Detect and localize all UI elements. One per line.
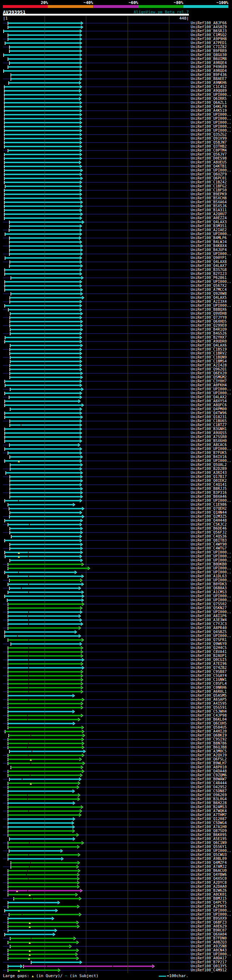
hit-label[interactable]: UniRef100_Q6CUH5 <box>191 721 227 725</box>
hit-label[interactable]: UniRef100_C1BQN9 <box>191 355 227 359</box>
alignment-bar[interactable] <box>4 213 81 215</box>
hit-label[interactable]: UniRef100_Q17B17 <box>191 475 227 479</box>
hit-label[interactable]: UniRef100_UPI000.. <box>191 634 231 638</box>
hit-label[interactable]: UniRef100_Q12087 <box>191 817 227 821</box>
hit-label[interactable]: UniRef100_A8I1P6 <box>191 614 227 618</box>
hit-label[interactable]: UniRef100_B3S7G8 <box>191 268 227 272</box>
alignment-bar[interactable] <box>5 520 81 521</box>
alignment-bar[interactable] <box>11 78 80 80</box>
alignment-bar[interactable] <box>10 476 81 477</box>
hit-label[interactable]: UniRef100_UPI000.. <box>191 129 231 132</box>
hit-label[interactable]: UniRef100_C5JWH4 <box>191 710 227 713</box>
alignment-bar[interactable] <box>8 846 78 848</box>
hit-label[interactable]: UniRef100_B6ACU0 <box>191 869 227 873</box>
hit-label[interactable]: UniRef100_A9UQS5 <box>191 431 227 435</box>
alignment-bar[interactable] <box>8 524 80 525</box>
hit-label[interactable]: UniRef100_C1BFG2 <box>191 184 227 188</box>
hit-label[interactable]: UniRef100_A4S0Z9 <box>191 25 227 29</box>
alignment-bar[interactable] <box>5 448 80 450</box>
hit-label[interactable]: UniRef100_C7IZ82 <box>191 45 227 49</box>
hit-label[interactable]: UniRef100_Q299E0 <box>191 323 227 328</box>
alignment-bar[interactable] <box>4 166 80 167</box>
hit-label[interactable]: UniRef100_Q4X5C0 <box>191 877 227 881</box>
hit-label[interactable]: UniRef100_C0SFL4 <box>191 682 227 686</box>
alignment-bar[interactable] <box>10 409 80 410</box>
alignment-bar[interactable] <box>10 492 81 493</box>
hit-label[interactable]: UniRef100_A6SAP5 <box>191 697 227 702</box>
alignment-bar[interactable] <box>6 472 81 474</box>
hit-label[interactable]: UniRef100_A5E195 <box>191 837 227 841</box>
alignment-bar[interactable] <box>8 814 79 816</box>
hit-label[interactable]: UniRef100_B4LWJ4 <box>191 240 227 244</box>
hit-label[interactable]: UniRef100_C1BZ42 <box>191 180 227 184</box>
alignment-bar[interactable] <box>5 540 80 541</box>
alignment-bar[interactable] <box>8 743 82 744</box>
hit-label[interactable]: UniRef100_UPI000.. <box>191 116 231 121</box>
hit-label[interactable]: UniRef100_Q4MZF4 <box>191 861 227 865</box>
alignment-bar[interactable] <box>10 372 81 374</box>
hit-label[interactable]: UniRef100_C3Y0H7 <box>191 379 227 383</box>
hit-label[interactable]: UniRef100_B4G526 <box>191 331 227 335</box>
alignment-bar[interactable] <box>11 643 80 645</box>
hit-label[interactable]: UniRef100_B1A311 <box>191 208 227 212</box>
alignment-bar[interactable] <box>5 731 82 732</box>
hit-label[interactable]: UniRef100_B9SXX9 <box>191 916 227 920</box>
hit-label[interactable]: UniRef100_Q4LAX3 <box>191 220 227 224</box>
alignment-bar[interactable] <box>8 150 80 151</box>
hit-label[interactable]: UniRef100_C0NRH6 <box>191 686 227 689</box>
alignment-bar[interactable] <box>10 516 82 517</box>
hit-label[interactable]: UniRef100_Q4LAX2 <box>191 395 227 399</box>
hit-label[interactable]: UniRef100_B8MJ15 <box>191 896 227 900</box>
hit-label[interactable]: UniRef100_A9J5N8 <box>191 944 227 948</box>
alignment-bar[interactable] <box>8 603 82 605</box>
alignment-bar[interactable] <box>8 822 72 824</box>
hit-label[interactable]: UniRef100_Q875D9 <box>191 829 227 833</box>
alignment-bar[interactable] <box>8 608 80 609</box>
hit-label[interactable]: UniRef100_C1BF50 <box>191 188 227 192</box>
alignment-bar[interactable] <box>8 615 79 617</box>
alignment-bar[interactable] <box>10 938 74 939</box>
hit-label[interactable]: UniRef100_A0EZZ4 <box>191 216 227 220</box>
hit-label[interactable]: UniRef100_B2YHX7 <box>191 335 227 339</box>
alignment-bar[interactable] <box>8 882 78 883</box>
alignment-bar[interactable] <box>11 74 80 76</box>
alignment-bar[interactable] <box>5 934 53 935</box>
hit-label[interactable]: UniRef100_A9BL09 <box>191 857 227 861</box>
alignment-bar[interactable] <box>10 377 81 378</box>
hit-label[interactable]: UniRef100_O42952 <box>191 785 227 789</box>
hit-label[interactable]: UniRef100_Q584U5 <box>191 725 227 729</box>
alignment-bar[interactable] <box>8 727 82 728</box>
hit-label[interactable]: UniRef100_Q3SZG2 <box>191 132 227 136</box>
alignment-bar[interactable] <box>8 739 82 740</box>
alignment-bar[interactable] <box>10 357 80 358</box>
hit-label[interactable]: UniRef100_Q5MGM2 <box>191 375 227 379</box>
alignment-bar[interactable] <box>8 584 82 585</box>
hit-label[interactable]: UniRef100_B8N786 <box>191 741 227 745</box>
hit-label[interactable]: UniRef100_Q4LAX5 <box>191 296 227 299</box>
alignment-bar[interactable] <box>8 770 82 772</box>
hit-label[interactable]: UniRef100_UPI000.. <box>191 391 231 395</box>
hit-label[interactable]: UniRef100_B4R1Q9 <box>191 328 227 331</box>
hit-label[interactable]: UniRef100_A7MCC4 <box>191 288 227 291</box>
hit-label[interactable]: UniRef100_B5X5J6 <box>191 204 227 208</box>
hit-label[interactable]: UniRef100_A8UEU5 <box>191 160 227 164</box>
alignment-bar[interactable] <box>8 723 73 724</box>
alignment-bar[interactable] <box>8 950 77 951</box>
hit-label[interactable]: UniRef100_B5XCH8 <box>191 196 227 200</box>
hit-label[interactable]: UniRef100_C7YJC3 <box>191 622 227 626</box>
hit-label[interactable]: UniRef100_C1C4S2 <box>191 85 227 89</box>
hit-label[interactable]: UniRef100_Q5ASM5 <box>191 694 227 697</box>
alignment-bar[interactable] <box>8 592 82 593</box>
hit-label[interactable]: UniRef100_B7FUK5 <box>191 451 227 455</box>
alignment-bar[interactable] <box>10 464 81 466</box>
hit-label[interactable]: UniRef100_C5GAY4 <box>191 674 227 678</box>
hit-label[interactable]: UniRef100_Q18231 <box>191 415 227 419</box>
hit-label[interactable]: UniRef100_Q5G591 <box>191 705 227 710</box>
hit-label[interactable]: UniRef100_C9ZQM6 <box>191 773 227 777</box>
alignment-bar[interactable] <box>10 579 80 581</box>
hit-label[interactable]: UniRef100_Q567X2 <box>191 284 227 288</box>
hit-label[interactable]: UniRef100_A2I3X4 <box>191 299 227 304</box>
alignment-bar[interactable] <box>8 791 73 792</box>
alignment-bar[interactable] <box>5 401 78 402</box>
hit-label[interactable]: UniRef100_C9SI92 <box>191 737 227 741</box>
